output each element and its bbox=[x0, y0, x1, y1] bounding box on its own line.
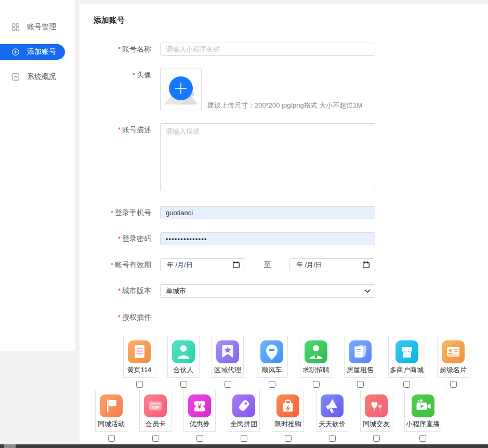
plugin-checkbox[interactable] bbox=[136, 381, 143, 388]
plugin-item: 超级名片 bbox=[437, 336, 469, 388]
plugin-card[interactable]: 限时抢购 bbox=[272, 390, 304, 432]
plugin-card[interactable]: 合伙人 bbox=[167, 336, 200, 378]
range-separator: 至 bbox=[264, 260, 271, 270]
plugin-item: 限时抢购 bbox=[272, 390, 304, 442]
price-tag-icon bbox=[232, 394, 255, 417]
plugin-card[interactable]: 同城活动 bbox=[95, 390, 127, 432]
plugin-checkbox[interactable] bbox=[357, 381, 364, 388]
horizontal-scrollbar[interactable] bbox=[0, 444, 488, 448]
sidebar-item-system-overview[interactable]: 系统概况 bbox=[0, 69, 75, 85]
plugin-checkbox[interactable] bbox=[450, 381, 457, 388]
partner-person-icon bbox=[172, 340, 195, 363]
plugin-checkbox[interactable] bbox=[329, 435, 336, 442]
plugin-item: 房屋租售 bbox=[344, 336, 376, 388]
description-label: *账号描述 bbox=[94, 123, 151, 193]
required-mark: * bbox=[118, 126, 121, 134]
grid-icon bbox=[11, 23, 20, 31]
plugin-checkbox[interactable] bbox=[419, 435, 426, 442]
plugin-label: 全民拼团 bbox=[230, 420, 257, 428]
sidebar-item-label: 添加账号 bbox=[27, 47, 56, 57]
plugin-checkbox[interactable] bbox=[285, 435, 292, 442]
phone-input[interactable] bbox=[160, 206, 375, 219]
plugin-card[interactable]: 求职招聘 bbox=[300, 336, 332, 378]
horizontal-scrollbar-thumb[interactable] bbox=[4, 444, 16, 448]
plugin-label: 多商户商城 bbox=[390, 366, 424, 374]
calendar-icon[interactable] bbox=[232, 261, 240, 269]
plugin-checkbox[interactable] bbox=[313, 381, 320, 388]
sidebar-item-label: 账号管理 bbox=[27, 22, 56, 32]
plugin-label: 优惠券 bbox=[190, 420, 210, 428]
validity-end-date-input[interactable]: 年 /月/日 bbox=[289, 258, 375, 271]
plugin-label: 黄页114 bbox=[127, 366, 152, 374]
account-name-row: *账号名称 bbox=[94, 43, 473, 56]
plugin-label: 顺风车 bbox=[262, 366, 282, 374]
password-row: *登录密码 bbox=[94, 232, 473, 245]
circle-plus-icon bbox=[11, 48, 20, 56]
plugin-card[interactable]: 超级名片 bbox=[437, 336, 469, 378]
plugin-card[interactable]: VIP会员卡 bbox=[139, 390, 172, 432]
plugin-checkbox[interactable] bbox=[196, 435, 203, 442]
plugin-item: 同城活动 bbox=[95, 390, 127, 442]
phone-label: *登录手机号 bbox=[94, 206, 151, 219]
svg-text:VIP: VIP bbox=[152, 405, 159, 410]
plugin-card[interactable]: 区域代理 bbox=[212, 336, 244, 378]
plugin-card[interactable]: 全民拼团 bbox=[228, 390, 260, 432]
description-row: *账号描述 bbox=[94, 123, 473, 193]
svg-text:¥: ¥ bbox=[198, 403, 201, 410]
plugin-card[interactable]: 同城交友 bbox=[360, 390, 392, 432]
live-camera-icon bbox=[412, 394, 434, 417]
plugin-item: 区域代理 bbox=[212, 336, 244, 388]
avatar-upload-box[interactable] bbox=[160, 69, 202, 110]
selected-option: 单城市 bbox=[166, 286, 186, 296]
password-input[interactable] bbox=[160, 232, 375, 245]
plugin-card[interactable]: 顺风车 bbox=[256, 336, 288, 378]
plugins-row: *授权插件 bbox=[94, 311, 473, 324]
plugin-checkbox[interactable] bbox=[152, 435, 159, 442]
plugins-label: *授权插件 bbox=[94, 311, 151, 324]
megaphone-icon bbox=[321, 394, 344, 417]
upload-plus-icon[interactable] bbox=[169, 76, 193, 100]
calendar-icon[interactable] bbox=[362, 261, 370, 269]
required-mark: * bbox=[118, 45, 121, 53]
city-version-select[interactable]: 单城市 bbox=[160, 284, 375, 298]
sidebar: 账号管理 添加账号 系统概况 bbox=[0, 0, 75, 351]
required-mark: * bbox=[118, 313, 121, 321]
plugin-label: 房屋租售 bbox=[347, 366, 374, 374]
plugin-item: 黄页114 bbox=[123, 336, 155, 388]
plugin-card[interactable]: 多商户商城 bbox=[388, 336, 425, 378]
yellow-pages-icon bbox=[128, 340, 151, 363]
plugin-label: 会员卡 bbox=[146, 420, 166, 428]
plugin-item: 小程序直播 bbox=[404, 390, 441, 442]
plugin-card[interactable]: 小程序直播 bbox=[404, 390, 441, 432]
sidebar-item-label: 系统概况 bbox=[27, 72, 56, 82]
title-divider bbox=[94, 32, 473, 32]
plugin-card[interactable]: 房屋租售 bbox=[344, 336, 376, 378]
plugin-card[interactable]: 天天砍价 bbox=[316, 390, 348, 432]
hearts-icon bbox=[365, 394, 388, 417]
plugin-card[interactable]: ¥优惠券 bbox=[183, 390, 216, 432]
plugin-item: 合伙人 bbox=[167, 336, 200, 388]
plugin-checkbox[interactable] bbox=[403, 381, 410, 388]
plugin-card[interactable]: 黄页114 bbox=[123, 336, 155, 378]
plugin-checkbox[interactable] bbox=[180, 381, 187, 388]
account-name-input[interactable] bbox=[160, 43, 375, 56]
plugin-item: 同城交友 bbox=[360, 390, 392, 442]
avatar-upload-hint: 建议上传尺寸：200*200 jpg/png格式 大小不超过1M bbox=[207, 101, 362, 110]
house-docs-icon bbox=[349, 340, 372, 363]
avatar-row: *头像 建议上传尺寸：200*200 jpg/png格式 大小不超过1M bbox=[94, 69, 473, 110]
plugin-checkbox[interactable] bbox=[108, 435, 115, 442]
plugin-item: 顺风车 bbox=[256, 336, 288, 388]
add-account-form: *账号名称 *头像 建议上传尺寸：200*200 j bbox=[94, 43, 473, 442]
required-mark: * bbox=[118, 235, 121, 243]
description-textarea[interactable] bbox=[160, 123, 375, 191]
plugin-checkbox[interactable] bbox=[373, 435, 380, 442]
validity-start-date-input[interactable]: 年 /月/日 bbox=[160, 258, 245, 271]
required-mark: * bbox=[118, 287, 121, 295]
plugin-checkbox[interactable] bbox=[269, 381, 275, 388]
plugin-checkbox[interactable] bbox=[241, 435, 247, 442]
location-pin-icon bbox=[260, 340, 283, 363]
plugin-grid-row-2: 同城活动VIP会员卡¥优惠券全民拼团限时抢购天天砍价同城交友小程序直播 bbox=[95, 390, 473, 442]
sidebar-item-account-management[interactable]: 账号管理 bbox=[0, 19, 75, 35]
plugin-checkbox[interactable] bbox=[225, 381, 231, 388]
sidebar-item-add-account[interactable]: 添加账号 bbox=[0, 44, 65, 60]
